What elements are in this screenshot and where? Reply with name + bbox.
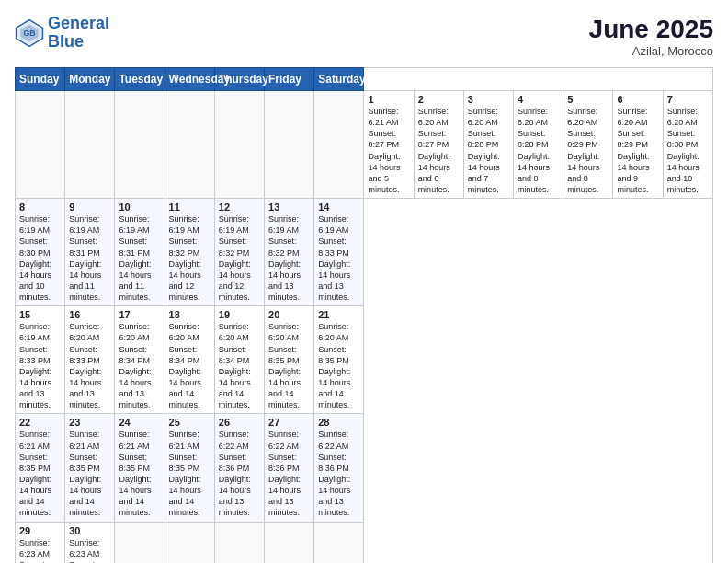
- table-row: [314, 522, 364, 563]
- day-number: 2: [418, 94, 460, 105]
- table-row: 20Sunrise: 6:20 AMSunset: 8:35 PMDayligh…: [265, 306, 314, 414]
- cell-info: Sunrise: 6:21 AMSunset: 8:35 PMDaylight:…: [169, 429, 210, 518]
- table-row: 16Sunrise: 6:20 AMSunset: 8:33 PMDayligh…: [65, 306, 115, 414]
- table-row: 17Sunrise: 6:20 AMSunset: 8:34 PMDayligh…: [115, 306, 165, 414]
- day-number: 17: [119, 309, 160, 320]
- cell-info: Sunrise: 6:22 AMSunset: 8:36 PMDaylight:…: [268, 429, 310, 518]
- table-row: [314, 91, 364, 199]
- day-number: 20: [268, 309, 310, 320]
- table-row: 5Sunrise: 6:20 AMSunset: 8:29 PMDaylight…: [563, 91, 613, 199]
- day-number: 12: [219, 201, 260, 213]
- cell-info: Sunrise: 6:22 AMSunset: 8:36 PMDaylight:…: [318, 429, 359, 518]
- table-row: 28Sunrise: 6:22 AMSunset: 8:36 PMDayligh…: [314, 414, 364, 522]
- logo-text: General Blue: [48, 15, 109, 52]
- table-row: 6Sunrise: 6:20 AMSunset: 8:29 PMDaylight…: [613, 91, 663, 199]
- col-wednesday: Wednesday: [165, 68, 214, 91]
- location: Azilal, Morocco: [589, 44, 713, 58]
- col-monday: Monday: [65, 68, 115, 91]
- table-row: 12Sunrise: 6:19 AMSunset: 8:32 PMDayligh…: [214, 199, 264, 306]
- table-row: [115, 522, 165, 563]
- cell-info: Sunrise: 6:19 AMSunset: 8:32 PMDaylight:…: [219, 213, 260, 303]
- cell-info: Sunrise: 6:20 AMSunset: 8:35 PMDaylight:…: [318, 321, 359, 410]
- col-thursday: Thursday: [214, 68, 264, 91]
- cell-info: Sunrise: 6:19 AMSunset: 8:33 PMDaylight:…: [19, 321, 61, 410]
- table-row: 24Sunrise: 6:21 AMSunset: 8:35 PMDayligh…: [115, 414, 165, 522]
- cell-info: Sunrise: 6:21 AMSunset: 8:35 PMDaylight:…: [19, 429, 61, 518]
- table-row: 4Sunrise: 6:20 AMSunset: 8:28 PMDaylight…: [514, 91, 563, 199]
- table-row: 8Sunrise: 6:19 AMSunset: 8:30 PMDaylight…: [16, 199, 65, 306]
- cell-info: Sunrise: 6:20 AMSunset: 8:28 PMDaylight:…: [518, 106, 559, 195]
- month-title: June 2025: [589, 15, 713, 44]
- col-saturday: Saturday: [314, 68, 364, 91]
- table-row: 19Sunrise: 6:20 AMSunset: 8:34 PMDayligh…: [214, 306, 264, 414]
- day-number: 11: [169, 201, 210, 213]
- cell-info: Sunrise: 6:19 AMSunset: 8:30 PMDaylight:…: [19, 213, 61, 303]
- day-number: 24: [119, 417, 160, 428]
- table-row: 2Sunrise: 6:20 AMSunset: 8:27 PMDaylight…: [414, 91, 463, 199]
- table-row: 29Sunrise: 6:23 AMSunset: 8:36 PMDayligh…: [16, 522, 65, 563]
- cell-info: Sunrise: 6:20 AMSunset: 8:30 PMDaylight:…: [667, 106, 709, 195]
- cell-info: Sunrise: 6:20 AMSunset: 8:34 PMDaylight:…: [169, 321, 210, 410]
- table-row: [165, 91, 214, 199]
- day-number: 8: [19, 201, 61, 213]
- cell-info: Sunrise: 6:21 AMSunset: 8:35 PMDaylight:…: [119, 429, 160, 518]
- table-row: 1Sunrise: 6:21 AMSunset: 8:27 PMDaylight…: [364, 91, 414, 199]
- day-number: 25: [169, 417, 210, 428]
- cell-info: Sunrise: 6:20 AMSunset: 8:34 PMDaylight:…: [219, 321, 260, 410]
- table-row: 11Sunrise: 6:19 AMSunset: 8:32 PMDayligh…: [165, 199, 214, 306]
- day-number: 26: [219, 417, 260, 428]
- table-row: [165, 522, 214, 563]
- table-row: 21Sunrise: 6:20 AMSunset: 8:35 PMDayligh…: [314, 306, 364, 414]
- cell-info: Sunrise: 6:19 AMSunset: 8:32 PMDaylight:…: [268, 213, 310, 303]
- table-row: [214, 91, 264, 199]
- cell-info: Sunrise: 6:20 AMSunset: 8:27 PMDaylight:…: [418, 106, 460, 195]
- day-number: 3: [468, 94, 509, 105]
- table-row: 9Sunrise: 6:19 AMSunset: 8:31 PMDaylight…: [65, 199, 115, 306]
- day-number: 1: [368, 94, 409, 105]
- table-row: [265, 522, 314, 563]
- cell-info: Sunrise: 6:23 AMSunset: 8:36 PMDaylight:…: [19, 537, 61, 564]
- calendar-week-1: 1Sunrise: 6:21 AMSunset: 8:27 PMDaylight…: [16, 91, 713, 199]
- cell-info: Sunrise: 6:20 AMSunset: 8:34 PMDaylight:…: [119, 321, 160, 410]
- day-number: 29: [19, 525, 61, 536]
- table-row: 22Sunrise: 6:21 AMSunset: 8:35 PMDayligh…: [16, 414, 65, 522]
- logo: GB General Blue: [15, 15, 109, 52]
- day-number: 10: [119, 201, 160, 213]
- table-row: [16, 91, 65, 199]
- cell-info: Sunrise: 6:19 AMSunset: 8:31 PMDaylight:…: [69, 213, 110, 303]
- day-number: 13: [268, 201, 310, 213]
- table-row: 13Sunrise: 6:19 AMSunset: 8:32 PMDayligh…: [265, 199, 314, 306]
- day-number: 28: [318, 417, 359, 428]
- col-sunday: Sunday: [16, 68, 65, 91]
- cell-info: Sunrise: 6:23 AMSunset: 8:36 PMDaylight:…: [69, 537, 110, 564]
- cell-info: Sunrise: 6:19 AMSunset: 8:33 PMDaylight:…: [318, 213, 359, 303]
- cell-info: Sunrise: 6:19 AMSunset: 8:32 PMDaylight:…: [169, 213, 210, 303]
- table-row: 18Sunrise: 6:20 AMSunset: 8:34 PMDayligh…: [165, 306, 214, 414]
- table-row: 30Sunrise: 6:23 AMSunset: 8:36 PMDayligh…: [65, 522, 115, 563]
- table-row: 3Sunrise: 6:20 AMSunset: 8:28 PMDaylight…: [463, 91, 513, 199]
- cell-info: Sunrise: 6:19 AMSunset: 8:31 PMDaylight:…: [119, 213, 160, 303]
- day-number: 23: [69, 417, 110, 428]
- table-row: 15Sunrise: 6:19 AMSunset: 8:33 PMDayligh…: [16, 306, 65, 414]
- day-number: 19: [219, 309, 260, 320]
- cell-info: Sunrise: 6:20 AMSunset: 8:28 PMDaylight:…: [468, 106, 509, 195]
- day-number: 4: [518, 94, 559, 105]
- table-row: 7Sunrise: 6:20 AMSunset: 8:30 PMDaylight…: [663, 91, 712, 199]
- cell-info: Sunrise: 6:20 AMSunset: 8:33 PMDaylight:…: [69, 321, 110, 410]
- logo-icon: GB: [15, 18, 44, 48]
- day-number: 15: [19, 309, 61, 320]
- calendar-body: 1Sunrise: 6:21 AMSunset: 8:27 PMDaylight…: [16, 91, 713, 564]
- day-number: 27: [268, 417, 310, 428]
- cell-info: Sunrise: 6:20 AMSunset: 8:35 PMDaylight:…: [268, 321, 310, 410]
- title-block: June 2025 Azilal, Morocco: [589, 15, 713, 58]
- table-row: 23Sunrise: 6:21 AMSunset: 8:35 PMDayligh…: [65, 414, 115, 522]
- col-tuesday: Tuesday: [115, 68, 165, 91]
- calendar-table: Sunday Monday Tuesday Wednesday Thursday…: [15, 67, 713, 563]
- calendar-week-5: 29Sunrise: 6:23 AMSunset: 8:36 PMDayligh…: [16, 522, 713, 563]
- day-number: 18: [169, 309, 210, 320]
- day-number: 16: [69, 309, 110, 320]
- day-number: 5: [567, 94, 609, 105]
- svg-text:GB: GB: [23, 29, 35, 38]
- calendar-week-3: 15Sunrise: 6:19 AMSunset: 8:33 PMDayligh…: [16, 306, 713, 414]
- col-friday: Friday: [265, 68, 314, 91]
